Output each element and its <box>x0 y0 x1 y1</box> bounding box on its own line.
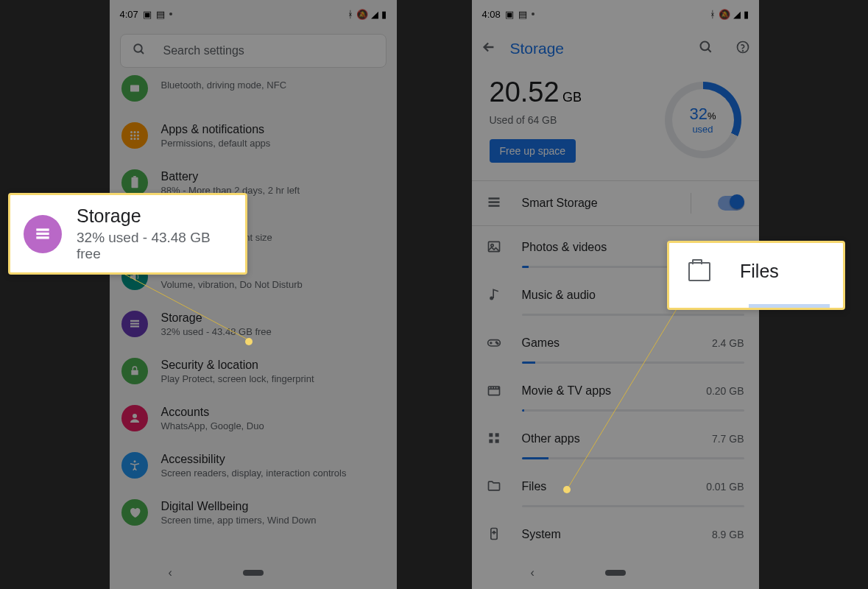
battery-icon: ▮ <box>381 9 387 20</box>
games-icon <box>487 335 503 351</box>
bluetooth-icon: ᚼ <box>710 9 716 20</box>
wifi-icon: ◢ <box>371 9 378 20</box>
back-arrow-icon[interactable] <box>481 39 497 58</box>
nav-home-pill[interactable] <box>243 570 264 576</box>
pointer-dot <box>563 486 571 493</box>
cat-movies[interactable]: Movie & TV apps 0.20 GB <box>472 370 759 412</box>
setting-security[interactable]: Security & location Play Protect, screen… <box>110 348 397 395</box>
status-dot-icon <box>532 13 534 15</box>
svg-rect-15 <box>130 320 139 322</box>
setting-apps[interactable]: Apps & notifications Permissions, defaul… <box>110 112 397 159</box>
svg-point-0 <box>134 44 142 52</box>
system-icon <box>487 526 503 543</box>
files-icon <box>487 479 503 495</box>
storage-hero: 20.52 GB Used of 64 GB Free up space 32%… <box>472 69 759 181</box>
svg-rect-25 <box>488 197 499 200</box>
status-dot-icon <box>169 13 172 15</box>
gallery-icon: ▣ <box>143 9 152 20</box>
setting-accounts[interactable]: Accounts WhatsApp, Google, Duo <box>110 395 397 442</box>
svg-point-21 <box>700 42 709 51</box>
status-bar: 4:07 ▣ ▤ ᚼ 🔕 ◢ ▮ <box>110 0 397 28</box>
callout-files-bar <box>749 304 830 308</box>
setting-connected-devices[interactable]: Bluetooth, driving mode, NFC <box>110 72 397 112</box>
smart-storage-label: Smart Storage <box>522 197 671 210</box>
usage-ring: 32% used <box>665 82 741 158</box>
svg-rect-13 <box>133 176 136 177</box>
wellbeing-icon <box>121 499 148 526</box>
divider <box>691 193 691 214</box>
search-icon <box>133 43 146 59</box>
callout-storage: Storage 32% used - 43.48 GB free <box>8 193 247 275</box>
svg-rect-41 <box>36 232 49 234</box>
svg-rect-42 <box>36 236 49 239</box>
used-value: 20.52 <box>490 77 560 107</box>
search-settings-input[interactable]: Search settings <box>120 34 387 68</box>
svg-point-8 <box>137 135 139 137</box>
used-unit: GB <box>562 90 582 105</box>
apps-icon <box>121 122 148 149</box>
movie-icon <box>487 383 503 399</box>
setting-wellbeing[interactable]: Digital Wellbeing Screen time, app timer… <box>110 489 397 536</box>
svg-rect-16 <box>130 323 139 325</box>
wifi-icon: ◢ <box>733 9 741 20</box>
ring-percent: 32 <box>689 105 707 123</box>
storage-icon <box>121 311 148 337</box>
callout-storage-title: Storage <box>77 205 232 227</box>
svg-point-5 <box>137 131 139 133</box>
svg-point-6 <box>130 135 133 137</box>
svg-point-10 <box>133 138 135 140</box>
calendar-icon: ▤ <box>156 9 165 20</box>
svg-point-33 <box>497 343 498 345</box>
svg-rect-2 <box>130 85 139 92</box>
nav-back-icon[interactable]: ‹ <box>531 566 534 579</box>
search-icon[interactable] <box>699 40 713 57</box>
bluetooth-icon: ᚼ <box>347 9 353 20</box>
svg-rect-26 <box>488 201 499 203</box>
calendar-icon: ▤ <box>518 9 527 20</box>
smart-storage-row[interactable]: Smart Storage <box>472 181 759 226</box>
svg-rect-17 <box>130 325 139 327</box>
left-phone-settings: 4:07 ▣ ▤ ᚼ 🔕 ◢ ▮ Search settings Bluetoo… <box>110 0 397 589</box>
battery-icon: ▮ <box>744 9 749 20</box>
svg-rect-36 <box>495 433 498 437</box>
svg-point-24 <box>742 51 743 52</box>
svg-line-22 <box>708 49 710 52</box>
storage-header: Storage <box>472 28 759 69</box>
cat-system[interactable]: System 8.9 GB <box>472 513 759 546</box>
svg-point-20 <box>133 460 135 462</box>
svg-point-19 <box>133 414 137 418</box>
svg-point-11 <box>137 138 139 140</box>
settings-list: Bluetooth, driving mode, NFC Apps & noti… <box>110 72 397 536</box>
smart-storage-toggle[interactable] <box>718 196 744 211</box>
free-up-space-button[interactable]: Free up space <box>490 139 576 163</box>
accounts-icon <box>121 405 148 431</box>
nav-home-pill[interactable] <box>605 570 626 576</box>
callout-files: Files <box>667 241 845 310</box>
cat-other-apps[interactable]: Other apps 7.7 GB <box>472 417 759 459</box>
svg-rect-35 <box>489 433 493 437</box>
lock-icon <box>121 358 148 384</box>
music-icon <box>487 287 503 303</box>
accessibility-icon <box>121 452 148 479</box>
svg-rect-18 <box>131 370 138 375</box>
help-icon[interactable] <box>735 40 750 57</box>
cat-files[interactable]: Files 0.01 GB <box>472 465 759 507</box>
setting-storage[interactable]: Storage 32% used - 43.48 GB free <box>110 300 397 348</box>
cat-games[interactable]: Games 2.4 GB <box>472 322 759 364</box>
nav-bar: ‹ <box>110 557 397 589</box>
svg-point-3 <box>130 131 133 133</box>
svg-point-4 <box>133 131 135 133</box>
dnd-icon: 🔕 <box>719 9 730 20</box>
other-apps-icon <box>487 431 503 447</box>
ring-used-label: used <box>689 124 716 135</box>
setting-accessibility[interactable]: Accessibility Screen readers, display, i… <box>110 442 397 489</box>
callout-files-title: Files <box>740 261 779 282</box>
callout-storage-sub: 32% used - 43.48 GB free <box>77 230 232 262</box>
svg-rect-27 <box>488 205 499 207</box>
nav-back-icon[interactable]: ‹ <box>169 566 172 579</box>
status-bar: 4:08 ▣ ▤ ᚼ 🔕 ◢ ▮ <box>472 0 759 28</box>
photos-icon <box>487 239 503 255</box>
storage-page-title: Storage <box>510 40 685 57</box>
svg-point-29 <box>490 244 493 247</box>
battery-circle-icon <box>121 169 148 196</box>
